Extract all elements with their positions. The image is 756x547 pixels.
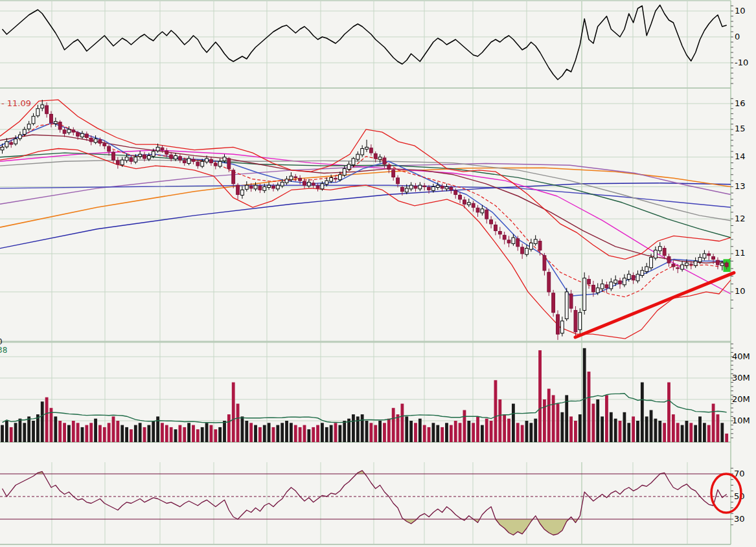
momentum-axis-label: -10 (735, 58, 748, 67)
momentum-axis-label: 0 (735, 32, 740, 41)
price-axis-label: 14 (735, 151, 746, 161)
volume-axis-label: 40M (732, 352, 750, 361)
volume-axis-label: 30M (732, 373, 750, 383)
price-axis-label: 15 (735, 124, 746, 133)
rsi-axis-label: 30 (734, 514, 745, 524)
stock-chart-window: 100-101615141312111040M30M20M10M705030 -… (0, 0, 756, 547)
volume-axis-label: 10M (732, 416, 750, 425)
volume-axis-label: 20M (732, 394, 750, 404)
price-annotation-label: - 11.09 (1, 99, 31, 107)
price-axis-label: 13 (735, 181, 746, 191)
momentum-axis-label: 10 (735, 6, 746, 16)
stock-chart-canvas[interactable]: 100-101615141312111040M30M20M10M705030 (0, 0, 756, 547)
clipped-indicator-label-bottom: 38 (0, 346, 7, 355)
price-axis-label: 11 (735, 248, 746, 258)
price-axis-label: 12 (735, 214, 746, 223)
price-axis-label: 10 (735, 286, 746, 296)
price-axis-label: 16 (735, 98, 746, 108)
